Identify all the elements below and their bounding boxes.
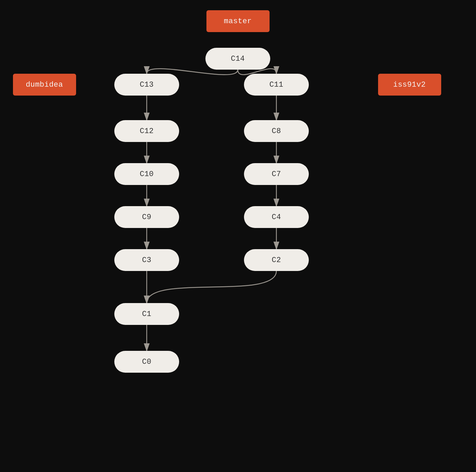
node-c3: C3 bbox=[114, 249, 179, 271]
node-master: master bbox=[206, 10, 270, 32]
node-c10: C10 bbox=[114, 163, 179, 185]
node-dumbidea: dumbidea bbox=[13, 74, 76, 96]
node-c4: C4 bbox=[244, 206, 309, 228]
diagram-container: masterC14dumbideaC13C11iss91v2C12C8C10C7… bbox=[0, 0, 476, 472]
node-c8: C8 bbox=[244, 120, 309, 142]
node-iss91v2: iss91v2 bbox=[378, 74, 441, 96]
node-c14: C14 bbox=[205, 48, 270, 70]
node-c12: C12 bbox=[114, 120, 179, 142]
node-c11: C11 bbox=[244, 74, 309, 96]
connections-svg bbox=[0, 0, 476, 472]
node-c9: C9 bbox=[114, 206, 179, 228]
node-c13: C13 bbox=[114, 74, 179, 96]
node-c0: C0 bbox=[114, 351, 179, 373]
node-c2: C2 bbox=[244, 249, 309, 271]
node-c7: C7 bbox=[244, 163, 309, 185]
node-c1: C1 bbox=[114, 303, 179, 325]
